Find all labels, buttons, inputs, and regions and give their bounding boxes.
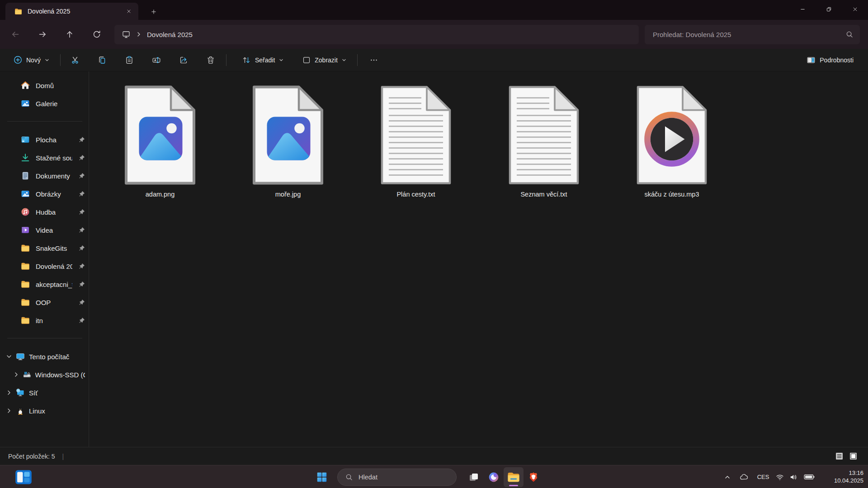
- cut-button[interactable]: [66, 52, 84, 68]
- copilot-button[interactable]: [484, 467, 504, 487]
- more-options-button[interactable]: [365, 52, 383, 68]
- start-button[interactable]: [312, 467, 332, 487]
- volume-tray-button[interactable]: [787, 468, 800, 486]
- navigation-bar: Dovolená 2025 Prohledat: Dovolená 2025: [0, 20, 868, 49]
- pin-icon: [78, 281, 85, 288]
- sidebar-item[interactable]: Videa: [0, 221, 89, 239]
- sidebar-tree-item[interactable]: Windows-SSD (C:): [0, 366, 89, 384]
- chevron-down-icon[interactable]: [6, 354, 12, 359]
- file-item[interactable]: adam.png: [110, 84, 210, 198]
- battery-icon: [804, 474, 815, 480]
- breadcrumb-chevron-icon: [136, 32, 142, 37]
- sidebar-item[interactable]: Domů: [0, 76, 89, 94]
- back-button[interactable]: [6, 25, 24, 43]
- linux-icon: [16, 406, 25, 415]
- sidebar-item[interactable]: Dovolená 2025: [0, 257, 89, 275]
- home-icon: [21, 81, 30, 90]
- search-box[interactable]: Prohledat: Dovolená 2025: [645, 25, 860, 44]
- file-item[interactable]: Plán cesty.txt: [366, 84, 466, 198]
- wifi-icon: [776, 473, 784, 481]
- chevron-right-icon[interactable]: [6, 408, 12, 413]
- sidebar-item-label: Tento počítač: [29, 353, 69, 361]
- file-explorer-taskbar-button[interactable]: [504, 467, 524, 487]
- share-button[interactable]: [175, 52, 193, 68]
- file-item[interactable]: moře.jpg: [238, 84, 338, 198]
- large-icons-view-toggle[interactable]: [849, 452, 857, 460]
- close-button[interactable]: [842, 0, 868, 18]
- file-explorer-icon: [507, 470, 520, 484]
- toolbar-divider: [60, 54, 61, 66]
- forward-button[interactable]: [33, 25, 52, 43]
- language-indicator[interactable]: CES: [753, 468, 773, 486]
- sidebar-item[interactable]: Plocha: [0, 131, 89, 149]
- pin-icon: [78, 245, 85, 252]
- sidebar-item[interactable]: OOP: [0, 293, 89, 311]
- up-button[interactable]: [61, 25, 79, 43]
- new-tab-button[interactable]: [147, 5, 160, 18]
- widgets-button[interactable]: [14, 469, 33, 486]
- sidebar-item-label: Stažené soubory: [36, 154, 72, 162]
- battery-tray-button[interactable]: [800, 468, 818, 486]
- sidebar-item[interactable]: Hudba: [0, 203, 89, 221]
- file-item[interactable]: Seznam věcí.txt: [494, 84, 594, 198]
- details-pane-label: Podrobnosti: [820, 56, 854, 64]
- restore-button[interactable]: [816, 0, 842, 18]
- task-view-button[interactable]: [464, 467, 484, 487]
- sidebar-item[interactable]: akceptacni_testy: [0, 275, 89, 293]
- copy-button[interactable]: [93, 52, 111, 68]
- sidebar-item[interactable]: itn: [0, 311, 89, 329]
- pin-icon: [78, 263, 85, 270]
- sidebar-item[interactable]: Dokumenty: [0, 167, 89, 185]
- image-icon: [122, 84, 198, 187]
- sidebar-item-label: akceptacni_testy: [36, 281, 72, 288]
- onedrive-tray-button[interactable]: [735, 468, 753, 486]
- sidebar-tree-item[interactable]: Tento počítač: [0, 347, 89, 366]
- minimize-button[interactable]: [789, 0, 816, 18]
- paste-button[interactable]: [120, 52, 138, 68]
- tray-time: 13:16: [822, 469, 863, 477]
- rename-button[interactable]: [147, 52, 165, 68]
- tray-date: 10.04.2025: [822, 477, 863, 485]
- sidebar-item-label: Dovolená 2025: [36, 263, 72, 270]
- details-pane-button[interactable]: Podrobnosti: [802, 52, 858, 68]
- sidebar-item-label: itn: [36, 317, 72, 324]
- brave-browser-button[interactable]: [524, 467, 543, 487]
- drive-icon: [23, 370, 31, 379]
- new-button[interactable]: Nový: [9, 52, 54, 68]
- sidebar-tree-item[interactable]: Síť: [0, 384, 89, 402]
- sidebar-item-label: OOP: [36, 299, 72, 306]
- refresh-button[interactable]: [88, 25, 106, 43]
- task-view-icon: [468, 472, 479, 483]
- taskbar-search[interactable]: Hledat: [337, 469, 457, 486]
- folder-icon: [21, 244, 30, 253]
- pin-icon: [78, 299, 85, 306]
- tab-close-button[interactable]: [123, 5, 135, 17]
- sidebar-item[interactable]: Galerie: [0, 94, 89, 113]
- view-button[interactable]: Zobrazit: [298, 52, 351, 68]
- sidebar-item[interactable]: Stažené soubory: [0, 149, 89, 167]
- chevron-right-icon[interactable]: [14, 372, 19, 377]
- ellipsis-icon: [370, 56, 378, 64]
- search-icon: [345, 473, 353, 481]
- system-tray: CES 13:16 10.04.2025: [720, 465, 868, 488]
- documents-icon: [21, 171, 30, 180]
- sort-button[interactable]: Seřadit: [237, 52, 288, 68]
- file-name: Seznam věcí.txt: [520, 191, 567, 198]
- sidebar-tree-item[interactable]: Linux: [0, 402, 89, 420]
- sidebar-item[interactable]: SnakeGits: [0, 239, 89, 257]
- file-item[interactable]: skáču z útesu.mp3: [622, 84, 722, 198]
- delete-button[interactable]: [202, 52, 220, 68]
- folder-icon: [21, 280, 30, 289]
- toolbar-divider: [357, 54, 358, 66]
- copilot-icon: [488, 471, 500, 483]
- taskbar: Hledat CES 13:16 10.04.2025: [0, 465, 868, 488]
- sidebar-item[interactable]: Obrázky: [0, 185, 89, 203]
- address-bar[interactable]: Dovolená 2025: [114, 25, 639, 44]
- clock[interactable]: 13:16 10.04.2025: [822, 469, 863, 485]
- hidden-icons-button[interactable]: [720, 468, 735, 486]
- chevron-right-icon[interactable]: [6, 390, 12, 395]
- details-view-toggle[interactable]: [835, 452, 843, 460]
- explorer-tab[interactable]: Dovolená 2025: [5, 3, 138, 20]
- wifi-tray-button[interactable]: [773, 468, 787, 486]
- taskbar-center: Hledat: [312, 465, 543, 488]
